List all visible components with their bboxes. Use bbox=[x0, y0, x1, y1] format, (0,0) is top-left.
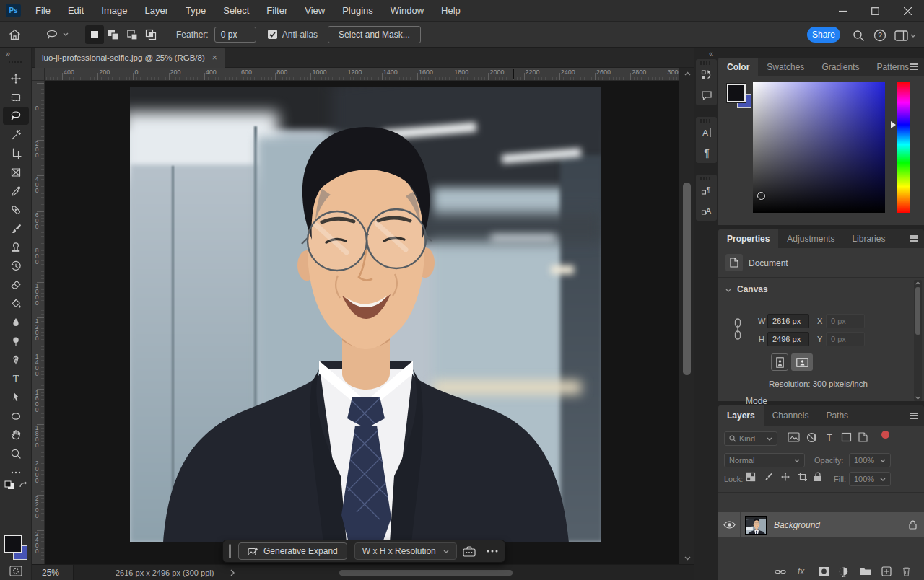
ruler-corner[interactable] bbox=[32, 68, 45, 81]
menu-item-select[interactable]: Select bbox=[214, 0, 258, 22]
more-options-icon[interactable] bbox=[481, 550, 503, 553]
color-field[interactable] bbox=[753, 82, 885, 213]
canvas-section-chevron-icon[interactable] bbox=[725, 289, 731, 292]
filter-adjustment-layers-icon[interactable] bbox=[806, 432, 817, 443]
select-and-mask-button[interactable]: Select and Mask... bbox=[328, 26, 421, 43]
scroll-down-icon[interactable] bbox=[679, 553, 695, 564]
zoom-level-field[interactable]: 25% bbox=[32, 565, 74, 580]
ruler-vertical[interactable]: 0200400600800100012001400160018002000220… bbox=[32, 81, 45, 564]
menu-item-image[interactable]: Image bbox=[92, 0, 136, 22]
tab-swatches[interactable]: Swatches bbox=[758, 58, 813, 76]
canvas-image[interactable] bbox=[746, 517, 746, 535]
eyedropper-tool[interactable] bbox=[3, 182, 29, 200]
layer-filter-toggle[interactable] bbox=[881, 431, 889, 439]
lock-transparency-icon[interactable] bbox=[746, 472, 756, 482]
menu-item-filter[interactable]: Filter bbox=[258, 0, 296, 22]
character-panel-icon[interactable]: A bbox=[696, 123, 717, 143]
menu-item-window[interactable]: Window bbox=[382, 0, 432, 22]
menu-item-plugins[interactable]: Plugins bbox=[334, 0, 382, 22]
zoom-tool[interactable] bbox=[3, 444, 29, 462]
share-button[interactable]: Share bbox=[807, 27, 840, 43]
minimize-button[interactable] bbox=[827, 0, 859, 22]
lock-artboard-icon[interactable] bbox=[798, 472, 808, 482]
lock-pixels-icon[interactable] bbox=[763, 472, 773, 482]
orientation-portrait-button[interactable] bbox=[771, 353, 788, 371]
layer-row-background[interactable]: Background bbox=[718, 512, 924, 537]
lock-all-icon[interactable] bbox=[814, 472, 822, 482]
layer-name[interactable]: Background bbox=[774, 520, 820, 530]
subtract-from-selection-icon[interactable] bbox=[123, 25, 141, 44]
delete-layer-icon[interactable] bbox=[902, 566, 911, 576]
properties-scrollbar-thumb[interactable] bbox=[915, 287, 920, 335]
frame-tool[interactable] bbox=[3, 163, 29, 181]
tab-close-icon[interactable]: × bbox=[212, 53, 217, 63]
close-button[interactable] bbox=[892, 0, 924, 22]
tab-properties[interactable]: Properties bbox=[718, 229, 778, 248]
fill-field[interactable]: 100% bbox=[849, 472, 891, 486]
tab-paths[interactable]: Paths bbox=[817, 405, 857, 426]
feather-input[interactable]: 0 px bbox=[214, 27, 256, 43]
filter-type-layers-icon[interactable]: T bbox=[824, 431, 834, 442]
anti-alias-checkbox[interactable] bbox=[268, 30, 277, 39]
path-selection-tool[interactable] bbox=[3, 388, 29, 406]
default-colors-icon[interactable] bbox=[4, 480, 16, 491]
ruler-horizontal[interactable]: 4002000200400600800100012001400160018002… bbox=[45, 68, 679, 81]
help-icon[interactable]: ? bbox=[872, 27, 888, 43]
intersect-selection-icon[interactable] bbox=[141, 25, 160, 44]
toolbar-expand-icon[interactable]: » bbox=[6, 49, 9, 58]
crop-tool[interactable] bbox=[3, 144, 29, 162]
edit-toolbar-icon[interactable] bbox=[3, 463, 29, 481]
blur-tool[interactable] bbox=[3, 313, 29, 331]
history-brush-tool[interactable] bbox=[3, 257, 29, 275]
expand-panels-icon[interactable]: « bbox=[709, 49, 712, 58]
blend-mode-dropdown[interactable]: Normal bbox=[724, 453, 805, 467]
maximize-button[interactable] bbox=[859, 0, 892, 22]
layer-effects-icon[interactable]: fx bbox=[798, 566, 804, 576]
orientation-landscape-button[interactable] bbox=[791, 353, 813, 371]
canvas-pasteboard[interactable] bbox=[45, 81, 679, 564]
vertical-scrollbar[interactable] bbox=[679, 68, 694, 564]
status-expand-icon[interactable] bbox=[230, 569, 235, 576]
swap-colors-icon[interactable] bbox=[19, 480, 29, 491]
document-tab[interactable]: luo-ji-professional-selfie.jpg @ 25% (RG… bbox=[35, 48, 225, 68]
new-adjustment-layer-icon[interactable] bbox=[838, 566, 849, 577]
link-dimensions-icon[interactable] bbox=[733, 318, 743, 340]
height-field[interactable]: 2496 px bbox=[767, 332, 809, 346]
properties-scrollbar[interactable] bbox=[914, 280, 922, 401]
hue-slider[interactable] bbox=[897, 82, 910, 213]
hand-tool[interactable] bbox=[3, 426, 29, 444]
lock-position-icon[interactable] bbox=[780, 472, 790, 482]
menu-item-file[interactable]: File bbox=[27, 0, 59, 22]
color-field-marker[interactable] bbox=[757, 192, 765, 200]
link-layers-icon[interactable] bbox=[775, 567, 786, 576]
menu-item-help[interactable]: Help bbox=[432, 0, 469, 22]
new-selection-icon[interactable] bbox=[85, 25, 104, 44]
lasso-tool[interactable] bbox=[3, 107, 29, 125]
panel-menu-icon[interactable] bbox=[910, 63, 918, 70]
clone-stamp-tool[interactable] bbox=[3, 238, 29, 256]
filter-smart-objects-icon[interactable] bbox=[858, 432, 868, 442]
filter-pixel-layers-icon[interactable] bbox=[788, 432, 800, 442]
toolbar-grip[interactable] bbox=[9, 61, 23, 63]
rectangular-marquee-tool[interactable] bbox=[3, 88, 29, 106]
type-tool[interactable]: T bbox=[3, 369, 29, 387]
add-to-selection-icon[interactable] bbox=[104, 25, 123, 44]
tab-layers[interactable]: Layers bbox=[718, 405, 764, 426]
paint-bucket-tool[interactable] bbox=[3, 294, 29, 312]
foreground-color-swatch[interactable] bbox=[4, 535, 22, 553]
hue-slider-marker[interactable] bbox=[891, 121, 896, 128]
properties-toolbag-icon[interactable] bbox=[457, 546, 481, 557]
panel-menu-icon[interactable] bbox=[910, 413, 918, 419]
tab-channels[interactable]: Channels bbox=[764, 405, 818, 426]
brush-tool[interactable] bbox=[3, 219, 29, 237]
layer-visibility-eye-icon[interactable] bbox=[718, 521, 740, 529]
tab-adjustments[interactable]: Adjustments bbox=[778, 229, 843, 248]
tab-libraries[interactable]: Libraries bbox=[843, 229, 894, 248]
opacity-field[interactable]: 100% bbox=[849, 453, 891, 467]
menu-item-view[interactable]: View bbox=[296, 0, 334, 22]
comments-panel-icon[interactable] bbox=[696, 85, 717, 105]
new-layer-icon[interactable] bbox=[881, 566, 892, 576]
healing-brush-tool[interactable] bbox=[3, 201, 29, 219]
width-field[interactable]: 2616 px bbox=[767, 314, 809, 328]
foreground-color-well[interactable] bbox=[727, 84, 746, 102]
